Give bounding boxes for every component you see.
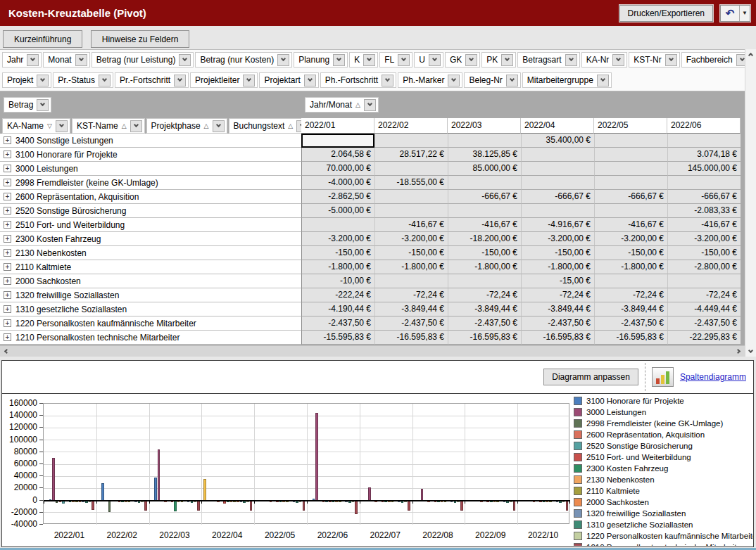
- pivot-cell[interactable]: [521, 176, 594, 190]
- pivot-cell[interactable]: -1.800,00 €: [594, 260, 667, 274]
- row-field-ka-name-dropdown[interactable]: [56, 120, 68, 132]
- row-label-2300-kosten-fahrzeug[interactable]: +2300 Kosten Fahrzeug: [0, 232, 301, 246]
- filter-beleg-nr[interactable]: Beleg-Nr: [464, 72, 520, 88]
- pivot-cell[interactable]: -666,67 €: [667, 190, 741, 204]
- pivot-cell[interactable]: -150,00 €: [448, 246, 521, 260]
- pivot-cell[interactable]: [521, 148, 594, 162]
- row-label-2130-nebenkosten[interactable]: +2130 Nebenkosten: [0, 246, 301, 260]
- pivot-cell[interactable]: 2.064,58 €: [301, 148, 374, 162]
- filter-ka-nr-dropdown[interactable]: [612, 54, 624, 66]
- pivot-cell[interactable]: [594, 134, 667, 148]
- pivot-cell[interactable]: -416,67 €: [374, 218, 448, 232]
- pivot-cell[interactable]: -3.200,00 €: [521, 232, 594, 246]
- filter-projekt[interactable]: Projekt: [2, 72, 51, 88]
- row-label-1320-freiwillige-soziallasten[interactable]: +1320 freiwillige Soziallasten: [0, 288, 301, 302]
- column-header-2022-01[interactable]: 2022/01: [301, 118, 374, 134]
- pivot-cell[interactable]: -2.800,00 €: [667, 260, 741, 274]
- pivot-cell[interactable]: -150,00 €: [301, 246, 374, 260]
- filter-jahr[interactable]: Jahr: [2, 52, 42, 68]
- pivot-cell[interactable]: -666,67 €: [448, 190, 521, 204]
- pivot-cell[interactable]: [594, 176, 667, 190]
- pivot-cell[interactable]: -3.849,44 €: [374, 302, 448, 316]
- expand-icon[interactable]: +: [4, 151, 11, 158]
- pivot-cell[interactable]: -150,00 €: [374, 246, 448, 260]
- pivot-cell[interactable]: -18.555,00 €: [374, 176, 448, 190]
- filter-beleg-nr-dropdown[interactable]: [506, 75, 518, 87]
- filter-ph-fortschritt-dropdown[interactable]: [382, 75, 393, 87]
- pivot-cell[interactable]: [667, 176, 741, 190]
- pivot-cell[interactable]: -3.849,44 €: [448, 302, 521, 316]
- diagram-adjust-button[interactable]: Diagramm anpassen: [543, 369, 638, 385]
- expand-icon[interactable]: +: [4, 305, 11, 313]
- filter-k-dropdown[interactable]: [363, 54, 375, 66]
- pivot-cell[interactable]: [594, 148, 667, 162]
- pivot-cell[interactable]: -150,00 €: [521, 246, 594, 260]
- pivot-cell[interactable]: 145.000,00 €: [667, 162, 741, 176]
- filter-betrag-nur-kosten-dropdown[interactable]: [277, 54, 289, 66]
- pivot-cell[interactable]: -72,24 €: [594, 288, 667, 302]
- pivot-cell[interactable]: -4.449,44 €: [667, 302, 741, 316]
- filter-ph-fortschritt[interactable]: Ph.-Fortschritt: [320, 72, 396, 88]
- pivot-cell[interactable]: 38.125,85 €: [448, 148, 521, 162]
- expand-icon[interactable]: +: [4, 221, 11, 229]
- pivot-cell[interactable]: 28.517,22 €: [374, 148, 448, 162]
- row-label-3400-sonstige-leistungen[interactable]: +3400 Sonstige Leistungen: [0, 134, 301, 148]
- filter-projektart-dropdown[interactable]: [304, 75, 316, 87]
- filter-pr-fortschritt[interactable]: Pr.-Fortschritt: [115, 72, 189, 88]
- pivot-cell[interactable]: -5.000,00 €: [301, 204, 374, 218]
- pivot-cell[interactable]: [448, 274, 521, 288]
- pivot-cell[interactable]: [448, 204, 521, 218]
- row-label-2000-sachkosten[interactable]: +2000 Sachkosten: [0, 274, 301, 288]
- pivot-cell[interactable]: -2.437,50 €: [521, 316, 594, 331]
- row-label-1310-gesetzliche-soziallasten[interactable]: +1310 gesetzliche Soziallasten: [0, 302, 301, 316]
- filter-betragsart[interactable]: Betragsart: [517, 52, 579, 68]
- filter-pk-dropdown[interactable]: [501, 54, 513, 66]
- pivot-cell[interactable]: -2.437,50 €: [374, 316, 448, 331]
- filter-ph-marker[interactable]: Ph.-Marker: [398, 72, 462, 88]
- scroll-up-icon[interactable]: [748, 53, 753, 58]
- pivot-cell[interactable]: [374, 190, 448, 204]
- pivot-cell[interactable]: [594, 162, 667, 176]
- pivot-cell[interactable]: -150,00 €: [667, 246, 741, 260]
- column-header-2022-06[interactable]: 2022/06: [667, 118, 741, 134]
- pivot-cell[interactable]: -16.595,83 €: [594, 331, 667, 345]
- filter-fl-dropdown[interactable]: [398, 54, 410, 66]
- filter-fl[interactable]: FL: [379, 52, 412, 68]
- pivot-cell[interactable]: -3.849,44 €: [521, 302, 594, 316]
- pivot-cell[interactable]: -416,67 €: [594, 218, 667, 232]
- pivot-cell[interactable]: -1.800,00 €: [374, 260, 448, 274]
- pivot-cell[interactable]: [667, 134, 741, 148]
- pivot-cell[interactable]: [448, 134, 521, 148]
- button-kurzeinfuehrung[interactable]: Kurzeinführung: [3, 30, 82, 48]
- pivot-cell[interactable]: [301, 218, 374, 232]
- pivot-cell[interactable]: 70.000,00 €: [301, 162, 374, 176]
- filter-gk[interactable]: GK: [445, 52, 480, 68]
- filter-pk[interactable]: PK: [481, 52, 516, 68]
- expand-icon[interactable]: +: [4, 193, 11, 200]
- row-label-1220-personalkosten-kaufm-nnische-mitarbeiter[interactable]: +1220 Personalkosten kaufmännische Mitar…: [0, 316, 301, 331]
- filter-k[interactable]: K: [349, 52, 378, 68]
- filter-betrag-nur-leistung-dropdown[interactable]: [179, 54, 191, 66]
- row-label-2510-fort-und-weiterbildung[interactable]: +2510 Fort- und Weiterbildung: [0, 218, 301, 232]
- expand-icon[interactable]: +: [4, 179, 11, 186]
- row-label-3100-honorare-f-r-projekte[interactable]: +3100 Honorare für Projekte: [0, 148, 301, 162]
- chart-type-link[interactable]: Spaltendiagramm: [680, 372, 746, 382]
- column-header-2022-02[interactable]: 2022/02: [374, 118, 448, 134]
- column-field-jahr-monat[interactable]: Jahr/Monat △: [305, 97, 379, 113]
- row-label-2998-fremdleister-keine-gk-umlage[interactable]: +2998 Fremdleister (keine GK-Umlage): [0, 176, 301, 190]
- pivot-cell[interactable]: -2.437,50 €: [448, 316, 521, 331]
- filter-pr-status-dropdown[interactable]: [99, 75, 111, 87]
- filter-monat[interactable]: Monat: [43, 52, 89, 68]
- pivot-cell[interactable]: 3.074,18 €: [667, 148, 741, 162]
- expand-icon[interactable]: +: [4, 136, 11, 144]
- expand-icon[interactable]: +: [4, 319, 11, 327]
- scroll-left-icon[interactable]: [4, 349, 9, 354]
- expand-icon[interactable]: +: [4, 207, 11, 215]
- filter-jahr-dropdown[interactable]: [27, 54, 39, 66]
- pivot-cell[interactable]: [301, 134, 374, 148]
- pivot-cell[interactable]: -16.595,83 €: [448, 331, 521, 345]
- filter-pr-fortschritt-dropdown[interactable]: [174, 75, 186, 87]
- filter-projekt-dropdown[interactable]: [37, 75, 49, 87]
- pivot-cell[interactable]: -16.595,83 €: [374, 331, 448, 345]
- row-field-kst-name-dropdown[interactable]: [130, 120, 142, 132]
